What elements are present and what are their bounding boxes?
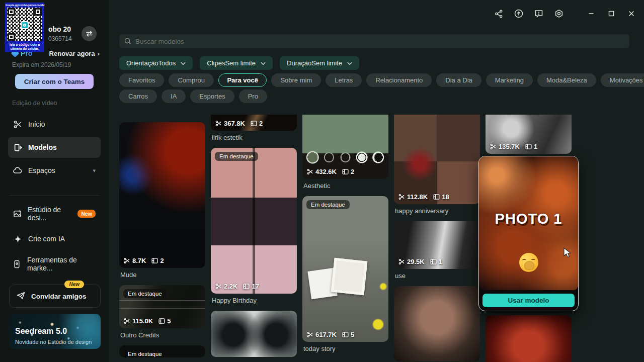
chevron-down-icon [261,59,266,67]
template-card[interactable]: Em destaque617.7K5today story [302,196,388,352]
template-stats: 2.2K17 [215,283,259,290]
template-card[interactable]: 367.8K2lirik estetik [211,115,297,141]
category-chip-letras[interactable]: Letras [326,73,362,87]
template-thumbnail: 29.5K1 [394,221,480,269]
create-with-teams-button[interactable]: Criar com o Teams [15,74,94,89]
filter-dropdown[interactable]: ClipesSem limite [200,56,273,70]
category-chip-pro[interactable]: Pro [239,89,267,103]
filter-dropdown[interactable]: OrientaçãoTodos [119,56,193,70]
category-chip-ia[interactable]: IA [162,89,186,103]
category-chip-comprou[interactable]: Comprou [169,73,213,87]
invite-friends-button[interactable]: Convidar amigos New [9,285,101,308]
template-card[interactable]: Em destaque [119,345,205,357]
share-icon[interactable] [492,7,505,20]
filter-label: OrientaçãoTodos [126,59,176,67]
design-studio-icon [13,210,22,218]
template-stats: 112.8K18 [398,193,449,201]
section-label-video-editing: Edição de vídeo [12,100,57,107]
template-card[interactable]: 29.5K1use [394,221,480,280]
sidebar-item-modelos[interactable]: Modelos [8,137,101,158]
titlebar [217,0,644,26]
sidebar-item-início[interactable]: Início [8,114,101,135]
search-bar[interactable] [119,34,629,48]
category-row-1: FavoritosComprouPara vocêSobre mimLetras… [119,73,639,87]
category-chip-carros[interactable]: Carros [119,89,157,103]
category-chip-para-voc-[interactable]: Para você [218,73,267,87]
sidebar-item-label: Início [28,120,45,128]
uses-stat: 115.0K [124,317,153,325]
plan-card: Pro Renovar agora› Expira em 2026/05/19 … [12,49,100,89]
template-card[interactable]: Em destaque115.0K5Outro Credits [119,285,205,339]
filter-row: OrientaçãoTodosClipesSem limiteDuraçãoSe… [119,56,359,70]
template-title: Aesthetic [303,182,387,190]
popup-preview-image[interactable]: PHOTO 1 [479,156,578,290]
uses-stat: 29.5K [398,258,425,265]
template-card[interactable]: 135.7K1 [486,115,572,154]
uses-stat: 2.2K [215,283,237,290]
category-row-2: CarrosIAEsportesPro [119,89,639,103]
template-title: lirik estetik [212,134,296,141]
template-thumbnail: Em destaque [119,345,205,357]
template-thumbnail: 135.7K1 [486,115,572,154]
category-chip-esportes[interactable]: Esportes [190,89,234,103]
banner-subtitle: Novidade no Estúdio de design [15,339,92,345]
clips-stat: 5 [342,331,354,338]
clips-stat: 2 [151,257,164,264]
grid-column-3: 432.6K2AestheticEm destaque617.7K5today … [302,115,388,362]
sidebar-nav-secondary: Estúdio de desi...NewCrie com IAFerramen… [8,202,101,278]
minimize-button[interactable] [585,7,598,20]
filter-dropdown[interactable]: DuraçãoSem limite [280,56,359,70]
clips-stat: 5 [158,317,171,325]
settings-icon[interactable] [552,7,566,20]
template-card[interactable] [394,286,480,361]
template-thumbnail: 367.8K2 [211,115,297,131]
template-card[interactable]: 8.7K2Mude [119,122,205,279]
featured-badge: Em destaque [306,200,350,209]
paper-plane-icon [17,292,25,301]
template-card[interactable]: Em destaque2.2K17Happy Birthday [211,148,297,304]
sidebar-divider [10,195,99,196]
seedream-banner[interactable]: Seedream 5.0 Novidade no Estúdio de desi… [9,314,101,349]
template-stats: 367.8K2 [215,120,263,127]
template-card[interactable]: 112.8K18happy anniversary [394,115,480,215]
template-popup: PHOTO 1Usar modelo [478,156,579,311]
category-chip-motiva-es[interactable]: Motivações [601,73,644,87]
user-profile[interactable]: obo 20 0365714 [48,25,101,42]
template-card[interactable] [211,311,297,357]
upload-icon[interactable] [512,7,525,20]
template-title: Mude [120,271,204,279]
renew-now-link[interactable]: Renovar agora› [49,50,100,57]
uses-stat: 617.7K [307,331,337,338]
use-template-button[interactable]: Usar modelo [482,294,575,307]
chevron-down-icon [347,59,352,67]
clips-stat: 2 [251,120,263,127]
featured-badge: Em destaque [123,349,167,357]
sidebar-item-crie-com-ia[interactable]: Crie com IA [8,227,101,250]
category-chip-favoritos[interactable]: Favoritos [119,73,164,87]
clips-stat: 17 [243,283,259,290]
feedback-icon[interactable] [532,7,545,20]
popup-overlay-title: PHOTO 1 [479,211,578,227]
category-chip-sobre-mim[interactable]: Sobre mim [271,73,321,87]
sidebar-item-label: Estúdio de desi... [28,206,68,222]
filter-label: ClipesSem limite [207,59,256,67]
category-chip-dia-a-dia[interactable]: Dia a Dia [436,73,481,87]
category-chip-moda-beleza[interactable]: Moda&Beleza [537,73,596,87]
sidebar-item-ferramentas-de-marke-[interactable]: Ferramentas de marke... [8,252,101,276]
template-card[interactable] [486,315,572,362]
close-button[interactable] [625,7,638,20]
template-card[interactable]: 432.6K2Aesthetic [302,115,388,190]
category-chip-relacionamento[interactable]: Relacionamento [366,73,432,87]
category-chip-marketing[interactable]: Marketing [486,73,533,87]
sidebar-item-est-dio-de-desi-[interactable]: Estúdio de desi...New [8,202,101,225]
search-input[interactable] [135,38,624,45]
chevron-down-icon: ▾ [93,167,96,174]
maximize-button[interactable] [605,7,618,20]
chevron-down-icon [181,59,186,67]
sidebar: obo 20 0365714 Pro Renovar agora› Expira… [0,0,109,362]
app-window: obo 20 0365714 Pro Renovar agora› Expira… [0,0,644,362]
switch-account-button[interactable] [82,26,97,41]
sidebar-item-espaços[interactable]: Espaços▾ [8,160,101,181]
sidebar-item-label: Ferramentas de marke... [27,256,96,272]
template-stats: 29.5K1 [398,258,442,265]
